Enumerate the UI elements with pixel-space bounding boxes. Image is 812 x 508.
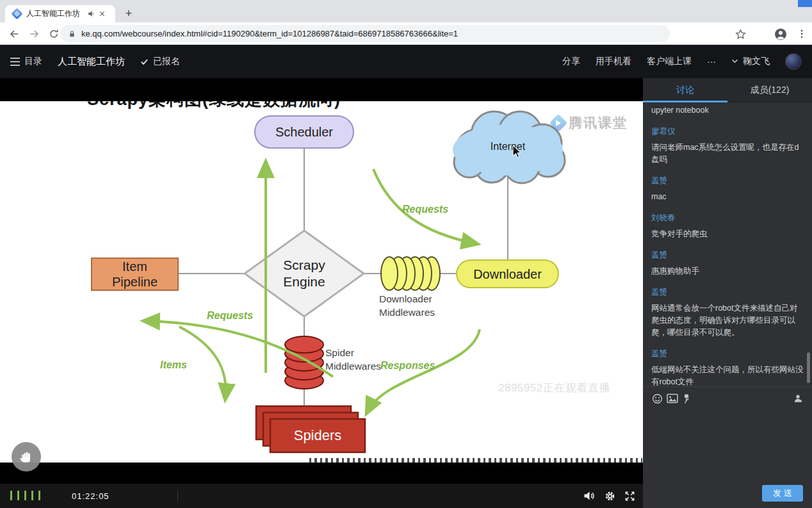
browser-window: 人工智能工作坊 + ke.qq.com/webcourse/index.html… (0, 0, 812, 508)
emoji-icon[interactable] (651, 392, 663, 405)
image-upload-icon[interactable] (666, 392, 679, 405)
brand-watermark-text: 腾讯课堂 (569, 114, 628, 132)
raise-hand-button[interactable] (12, 442, 41, 471)
playback-time: 01:22:05 (72, 491, 110, 501)
spider-middlewares-coil (285, 336, 323, 389)
item-pipeline-node: Item Pipeline (91, 258, 179, 291)
chevron-down-icon (731, 59, 738, 64)
flow-label-responses: Responses (380, 360, 435, 372)
message-author[interactable]: 刘晓春 (651, 213, 804, 224)
video-controlbar: 01:22:05 (0, 484, 643, 508)
scheduler-label: Scheduler (275, 124, 333, 140)
forward-icon[interactable] (28, 28, 41, 40)
check-icon (140, 58, 149, 65)
engine-label: Scrapy Engine (277, 257, 332, 290)
enrolled-badge: 已报名 (140, 56, 180, 67)
message-text: 网站通常会放一个robot文件来描述自己对爬虫的态度，明确告诉对方哪些目录可以爬… (651, 302, 804, 339)
hamburger-icon (10, 58, 20, 66)
share-button[interactable]: 分享 (562, 56, 580, 67)
spiders-label: Spiders (270, 419, 365, 452)
catalog-button[interactable]: 目录 (10, 56, 42, 67)
slide-canvas: Scrapy架构图(绿线是数据流向) (0, 101, 643, 463)
chat-message: 廖君仪 请问老师mac系统怎么设置呢，也是存在d盘吗 (651, 126, 804, 166)
controlbar-divider (177, 491, 178, 501)
message-text: 请问老师mac系统怎么设置呢，也是存在d盘吗 (651, 142, 804, 166)
member-action-icon[interactable] (792, 392, 804, 405)
chat-message: 盖赟 mac (651, 176, 804, 203)
message-author[interactable]: 盖赟 (651, 250, 804, 261)
course-toolbar: 目录 人工智能工作坊 已报名 分享 用手机看 客户端上课 ··· 鞠文飞 (0, 45, 812, 78)
user-avatar[interactable] (785, 53, 802, 70)
flow-label-items: Items (160, 359, 187, 371)
tab-favicon-icon (11, 8, 22, 19)
chat-message: 盖赟 低端网站不关注这个问题，所以有些网站没有robot文件 (651, 348, 804, 388)
tab-close-icon[interactable] (99, 10, 106, 17)
browser-menu-kebab-icon[interactable] (795, 28, 808, 40)
url-input[interactable]: ke.qq.com/webcourse/index.html#cid=11902… (60, 25, 670, 42)
tab-discussion[interactable]: 讨论 (643, 78, 727, 102)
course-title: 人工智能工作坊 (58, 56, 125, 68)
audio-level-bars (10, 491, 40, 500)
chat-input-toolbar (643, 389, 812, 407)
new-tab-button[interactable]: + (120, 5, 137, 22)
chat-message: 刘晓春 竞争对手的爬虫 (651, 213, 804, 240)
downloader-label: Downloader (473, 266, 542, 282)
chat-message: 盖赟 惠惠购物助手 (651, 250, 804, 277)
browser-profile-icon[interactable] (774, 28, 787, 40)
downloader-middlewares-label: Downloader Middlewares (379, 292, 456, 319)
catalog-label: 目录 (24, 56, 42, 67)
lock-icon (68, 29, 76, 38)
tab-members[interactable]: 成员(122) (727, 78, 812, 102)
user-menu[interactable]: 鞠文飞 (731, 56, 770, 67)
bookmark-star-icon[interactable] (734, 28, 747, 40)
downloader-middlewares-coil (381, 257, 440, 290)
chat-panel: 讨论 成员(122) upyter notebook 廖君仪 请问老师mac系统… (643, 78, 812, 508)
corner-accent (798, 0, 812, 7)
flower-gift-icon[interactable] (680, 392, 693, 405)
chat-message-partial: upyter notebook (651, 104, 804, 117)
client-app-button[interactable]: 客户端上课 (647, 56, 692, 67)
browser-tab[interactable]: 人工智能工作坊 (5, 5, 115, 22)
volume-icon[interactable] (583, 490, 596, 502)
hand-icon (19, 450, 33, 464)
downloader-node: Downloader (456, 259, 559, 288)
message-text: 低端网站不关注这个问题，所以有些网站没有robot文件 (651, 364, 804, 388)
back-icon[interactable] (8, 28, 20, 40)
scheduler-node: Scheduler (254, 115, 354, 149)
tab-title: 人工智能工作坊 (26, 8, 85, 19)
watch-on-phone-button[interactable]: 用手机看 (596, 56, 631, 67)
message-text: 惠惠购物助手 (651, 265, 804, 277)
reload-icon[interactable] (47, 28, 60, 40)
message-text: 竞争对手的爬虫 (651, 228, 804, 240)
chat-scrollbar[interactable] (807, 352, 810, 383)
settings-gear-icon[interactable] (603, 490, 616, 502)
message-author[interactable]: 盖赟 (651, 348, 804, 359)
brand-watermark: 腾讯课堂 (552, 114, 628, 132)
enrolled-label: 已报名 (153, 56, 180, 67)
message-author[interactable]: 盖赟 (651, 287, 804, 298)
more-button[interactable]: ··· (707, 56, 716, 67)
browser-urlbar-row: ke.qq.com/webcourse/index.html#cid=11902… (0, 22, 812, 45)
engine-node: Scrapy Engine (266, 257, 343, 290)
message-author[interactable]: 盖赟 (651, 176, 804, 186)
username-label: 鞠文飞 (743, 56, 770, 67)
send-button[interactable]: 发送 (762, 485, 803, 502)
message-author[interactable]: 廖君仪 (651, 126, 804, 137)
internet-label: Internet (482, 141, 533, 152)
fullscreen-icon[interactable] (623, 490, 636, 502)
spider-middlewares-label: Spider Middlewares (325, 346, 389, 373)
chat-message: 盖赟 网站通常会放一个robot文件来描述自己对爬虫的态度，明确告诉对方哪些目录… (651, 287, 804, 339)
message-list[interactable]: upyter notebook 廖君仪 请问老师mac系统怎么设置呢，也是存在d… (643, 102, 812, 388)
clipped-caption-row (309, 458, 642, 463)
url-text: ke.qq.com/webcourse/index.html#cid=11902… (81, 29, 458, 38)
mouse-cursor (512, 145, 521, 158)
tab-audio-icon[interactable] (88, 10, 95, 17)
message-text: mac (651, 191, 804, 203)
message-input-area[interactable] (643, 408, 812, 479)
chat-tabs: 讨论 成员(122) (643, 78, 812, 102)
browser-tabstrip: 人工智能工作坊 + (0, 0, 812, 22)
viewers-watermark: 2895952正在观看直播 (498, 381, 610, 395)
brand-play-icon (549, 114, 567, 132)
video-player[interactable]: Scrapy架构图(绿线是数据流向) (0, 78, 643, 508)
flow-label-requests-top: Requests (402, 204, 448, 215)
